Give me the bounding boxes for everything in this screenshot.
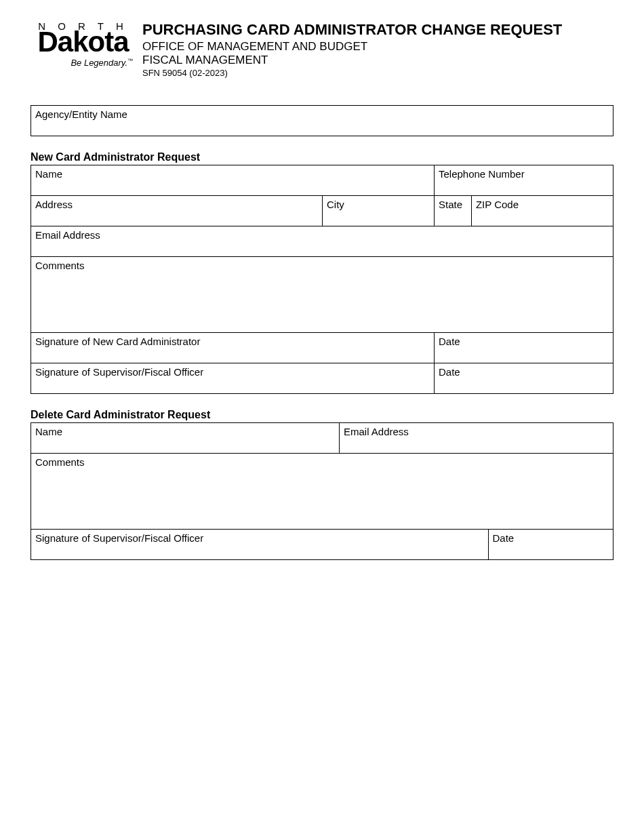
delete-comments-field[interactable]: Comments: [31, 454, 613, 530]
title-block: PURCHASING CARD ADMINISTRATOR CHANGE REQ…: [142, 20, 613, 78]
state-field[interactable]: State: [434, 196, 471, 226]
email-input[interactable]: [35, 241, 609, 254]
date-label-1: Date: [439, 336, 460, 347]
agency-input[interactable]: [35, 120, 609, 133]
logo-tagline: Be Legendary.™: [31, 58, 136, 68]
comments-input[interactable]: [35, 271, 609, 325]
delete-comments-input[interactable]: [35, 468, 609, 522]
delete-admin-table: Name Email Address Comments Signature of…: [31, 422, 613, 560]
city-field[interactable]: City: [323, 196, 435, 226]
zip-field[interactable]: ZIP Code: [471, 196, 613, 226]
telephone-input[interactable]: [439, 180, 609, 193]
new-admin-table: Name Telephone Number Address City State…: [31, 165, 613, 394]
agency-label: Agency/Entity Name: [35, 108, 127, 120]
sig-supervisor-field-2[interactable]: Signature of Supervisor/Fiscal Officer: [31, 530, 489, 560]
delete-name-input[interactable]: [35, 437, 335, 450]
email-field[interactable]: Email Address: [31, 226, 613, 257]
date-label-2: Date: [439, 366, 460, 378]
form-header: N O R T H Dakota Be Legendary.™ PURCHASI…: [31, 20, 613, 78]
state-label: State: [439, 199, 462, 210]
date-field-3[interactable]: Date: [488, 530, 613, 560]
date-input-2[interactable]: [439, 378, 609, 391]
sig-supervisor-label-1: Signature of Supervisor/Fiscal Officer: [35, 366, 203, 378]
state-input[interactable]: [439, 210, 467, 223]
date-field-1[interactable]: Date: [434, 333, 613, 363]
agency-name-field[interactable]: Agency/Entity Name: [31, 106, 613, 136]
delete-name-field[interactable]: Name: [31, 423, 340, 454]
comments-field[interactable]: Comments: [31, 257, 613, 333]
email-label: Email Address: [35, 229, 100, 241]
delete-email-input[interactable]: [344, 437, 609, 450]
department-line-2: FISCAL MANAGEMENT: [142, 54, 613, 67]
delete-admin-heading: Delete Card Administrator Request: [31, 409, 613, 421]
telephone-label: Telephone Number: [439, 168, 525, 180]
city-input[interactable]: [327, 210, 430, 223]
address-input[interactable]: [35, 210, 318, 223]
address-label: Address: [35, 199, 73, 210]
new-admin-heading: New Card Administrator Request: [31, 151, 613, 163]
sig-supervisor-label-2: Signature of Supervisor/Fiscal Officer: [35, 532, 203, 544]
name-input[interactable]: [35, 180, 430, 193]
department-line-1: OFFICE OF MANAGEMENT AND BUDGET: [142, 40, 613, 54]
sig-new-admin-field[interactable]: Signature of New Card Administrator: [31, 333, 435, 363]
address-field[interactable]: Address: [31, 196, 323, 226]
delete-comments-label: Comments: [35, 456, 85, 468]
sig-supervisor-field-1[interactable]: Signature of Supervisor/Fiscal Officer: [31, 363, 435, 394]
delete-name-label: Name: [35, 426, 62, 437]
date-field-2[interactable]: Date: [434, 363, 613, 394]
telephone-field[interactable]: Telephone Number: [434, 165, 613, 196]
form-title: PURCHASING CARD ADMINISTRATOR CHANGE REQ…: [142, 21, 613, 39]
name-field[interactable]: Name: [31, 165, 435, 196]
agency-table: Agency/Entity Name: [31, 105, 613, 136]
logo-dakota-text: Dakota: [31, 28, 136, 56]
state-logo: N O R T H Dakota Be Legendary.™: [31, 20, 136, 68]
delete-email-field[interactable]: Email Address: [340, 423, 613, 454]
name-label: Name: [35, 168, 62, 180]
delete-email-label: Email Address: [344, 426, 409, 437]
date-input-1[interactable]: [439, 347, 609, 360]
comments-label: Comments: [35, 260, 85, 271]
zip-input[interactable]: [476, 210, 609, 223]
sig-new-admin-label: Signature of New Card Administrator: [35, 336, 200, 347]
zip-label: ZIP Code: [476, 199, 519, 210]
date-input-3[interactable]: [493, 544, 609, 557]
form-number: SFN 59054 (02-2023): [142, 68, 613, 78]
date-label-3: Date: [493, 532, 515, 544]
city-label: City: [327, 199, 344, 210]
